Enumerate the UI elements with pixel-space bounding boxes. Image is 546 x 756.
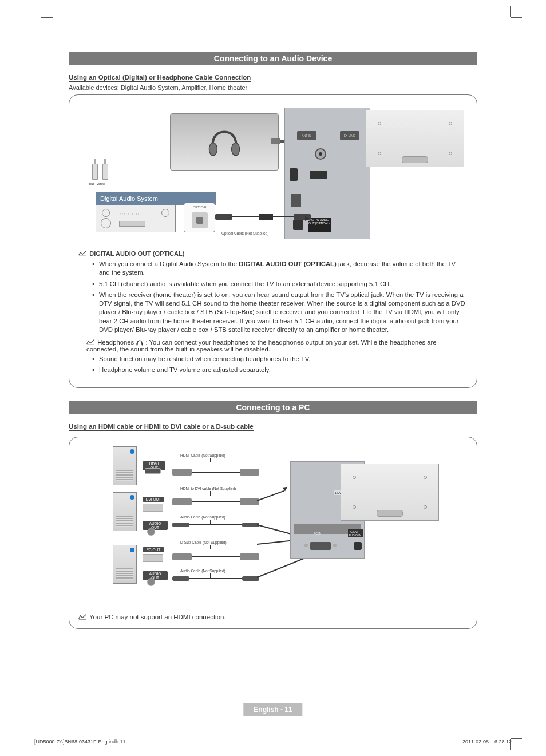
audio-cable-label: Audio Cable (Not Supplied) [180,569,225,573]
pc-tower [113,446,137,485]
headphone-note: Headphones : You can connect your headph… [86,339,468,353]
tick-mark [210,545,211,549]
tick-mark [210,573,211,578]
optical-chip-label: OPTICAL [184,205,216,209]
hdmi-in-port [310,171,327,179]
audio-diagram: ANT IN EX-LINK DIGITAL AUDIO OUT (OPTICA… [78,102,468,245]
dvi-cable-label: HDMI to DVI cable (Not Supplied) [180,486,236,490]
rca-red-label: Red [88,182,94,185]
imprint-timestamp: 2011-02-08 6:28:12 [462,739,512,745]
pc-out-label: PC OUT [143,547,164,552]
tick-mark [210,520,211,524]
bullet-item: When the receiver (home theater) is set … [99,291,468,334]
bullet-item: When you connect a Digital Audio System … [99,260,468,278]
bullet-item: 5.1 CH (channel) audio is available when… [99,280,468,288]
pc-tower [113,492,137,531]
tv-back-illustration [341,464,439,521]
pc-tower [113,545,137,584]
tick-mark [210,458,211,462]
arrow-icon [305,216,310,221]
audio-cable [176,578,256,579]
headphone-icon [136,339,144,346]
tv-back-illustration [366,110,464,167]
crop-mark [41,17,53,18]
audio-out-label: AUDIO OUT [143,571,168,580]
optical-note-title: DIGITAL AUDIO OUT (OPTICAL) [89,250,184,257]
audio-available-devices: Available devices: Digital Audio System,… [69,84,477,91]
imprint-file: [UD5000-ZA]BN68-03431F-Eng.indb 11 [34,739,126,745]
bullet-item: Sound function may be restricted when co… [99,355,468,363]
audio-out-label: AUDIO OUT [143,521,168,530]
crop-mark [511,738,522,739]
audio-cable-label: Audio Cable (Not Supplied) [180,515,225,519]
dsub-cable-label: D-Sub Cable (Not Supplied) [180,540,227,544]
rca-labels: Red White [88,182,105,185]
note-icon [86,339,94,345]
svg-point-0 [209,143,217,155]
print-imprint: [UD5000-ZA]BN68-03431F-Eng.indb 11 2011-… [34,739,512,745]
dvi-out-port [143,504,163,512]
rca-white-label: White [97,182,105,185]
page-number-badge: English - 11 [243,703,302,716]
pc-subheading: Using an HDMI cable or HDMI to DVI cable… [69,423,254,431]
pc-dvi-audio-in-label: PC/DVI AUDIO IN [348,529,363,537]
headphone-note-pre: Headphones [97,339,136,346]
pc-roundbox: HDMI OUT DVI OUT AUDIO OUT PC OUT AUDIO … [69,437,477,629]
usb-port [290,168,298,181]
audio-subheading: Using an Optical (Digital) or Headphone … [69,74,251,82]
tick-mark [210,491,211,496]
pc-out-port [143,554,163,562]
optical-note-heading: DIGITAL AUDIO OUT (OPTICAL) [78,250,468,258]
optical-bullet-list: When you connect a Digital Audio System … [78,260,468,334]
audio-roundbox: ANT IN EX-LINK DIGITAL AUDIO OUT (OPTICA… [69,94,477,388]
audio-in-port [354,542,362,550]
ex-link-port: EX-LINK [340,131,359,140]
ant-in-port: ANT IN [297,131,316,140]
hdmi-cable-label: HDMI Cable (Not Supplied) [180,453,225,457]
cable-extension [257,490,284,501]
svg-rect-3 [142,343,143,345]
optical-cable-label: Optical Cable (Not Supplied) [221,231,268,235]
audio-out-port [147,578,155,586]
section-banner-audio: Connecting to an Audio Device [69,52,477,65]
crop-mark [53,6,53,17]
cable-connector [259,214,273,220]
bullet-item: Headphone volume and TV volume are adjus… [99,366,468,374]
hdmi-out-port [145,468,161,474]
svg-point-1 [232,143,240,155]
pc-note: Your PC may not support an HDMI connecti… [78,613,468,620]
pc-diagram: HDMI OUT DVI OUT AUDIO OUT PC OUT AUDIO … [78,444,468,610]
pc-note-text: Your PC may not support an HDMI connecti… [89,613,226,620]
audio-cable [176,524,256,525]
headphones-icon [204,125,244,159]
crop-mark [510,6,511,17]
dvi-cable [176,501,256,502]
crop-mark [511,17,522,18]
note-icon [78,614,86,620]
dvi-out-label: DVI OUT [143,497,164,502]
audio-out-port [147,528,155,536]
page-content: Connecting to an Audio Device Using an O… [69,52,477,629]
optical-chip: OPTICAL [184,203,215,232]
dsub-cable [176,556,256,557]
optical-out-port [293,220,303,230]
headphone-bullet-list: Sound function may be restricted when co… [78,355,468,375]
hdmi-cable [176,472,256,473]
coax-port [291,194,301,207]
headphones-illustration [170,113,279,171]
digital-audio-system-box: ○○○○○ [96,205,176,232]
svg-rect-2 [137,343,138,345]
optical-out-label: DIGITAL AUDIO OUT (OPTICAL) [308,218,331,232]
vga-port [310,542,331,550]
note-icon [78,250,86,256]
headphone-port [315,148,326,160]
section-banner-pc: Connecting to a PC [69,401,477,414]
pc-in-label: PC IN [314,532,321,535]
